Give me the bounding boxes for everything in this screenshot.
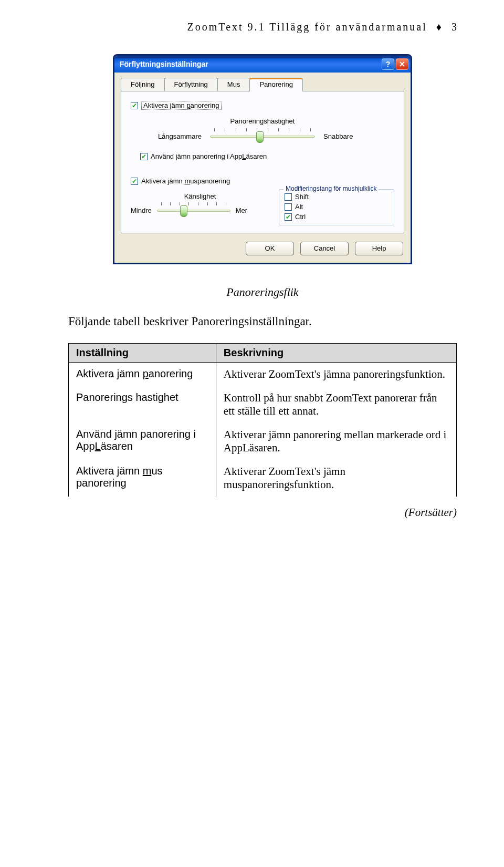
tab-strip: Följning Förflyttning Mus Panorering [114,73,411,91]
diamond-separator: ♦ [436,21,443,33]
ok-button[interactable]: OK [246,242,294,255]
table-row-term: Aktivera jämn mus panorering [69,460,216,497]
modifier-legend: Modifieringstang för mushjulklick [284,185,379,192]
page-number: 3 [452,21,457,33]
close-icon[interactable]: ✕ [396,58,408,70]
checkbox-ctrl-label: Ctrl [295,213,306,221]
checkbox-shift-label: Shift [295,193,309,201]
table-row-desc: Aktiverar ZoomText's jämna panoreringsfu… [216,363,456,387]
panning-speed-slider[interactable] [210,128,315,144]
header-title: ZoomText 9.1 Tillägg för användarmanual [187,21,427,33]
dialog-titlebar: Förflyttningsinställningar ? ✕ [114,56,411,73]
sens-more-label: Mer [236,207,247,214]
tab-mus[interactable]: Mus [217,78,250,91]
continues-label: (Fortsätter) [68,506,457,519]
tab-forflyttning[interactable]: Förflyttning [164,78,218,91]
panning-speed-slider-row: Långsammare Snabbare [131,128,394,144]
intro-text: Följande tabell beskriver Panoreringsins… [68,315,457,328]
checkbox-ctrl[interactable]: ✔ [285,213,292,221]
tab-foljning[interactable]: Följning [121,78,165,91]
figure-caption: Panoreringsflik [68,285,457,299]
panning-speed-title: Panoreringshastighet [131,117,394,125]
checkbox-enable-panning[interactable]: ✔ [131,102,138,109]
dialog-title: Förflyttningsinställningar [120,60,208,68]
help-icon[interactable]: ? [382,58,394,70]
table-row-term: Aktivera jämn panorering [69,363,216,387]
table-row-desc: Kontroll på hur snabbt ZoomText panorera… [216,386,456,423]
checkbox-alt[interactable] [285,203,292,211]
help-button[interactable]: Help [355,242,403,255]
checkbox-mouse-panning-label: Aktivera jämn muspanorering [141,177,230,185]
slider-faster-label: Snabbare [323,132,392,140]
checkbox-enable-panning-label: Aktivera jämn panorering [141,101,222,110]
checkbox-shift[interactable] [285,193,292,201]
modifier-group: Modifieringstang för mushjulklick Shift … [279,189,394,225]
sens-less-label: Mindre [131,207,152,214]
checkbox-mouse-panning[interactable]: ✔ [131,178,138,185]
sensitivity-title: Känslighet [131,192,269,200]
checkbox-applasaren-label: Använd jämn panorering i AppLäsaren [151,152,267,160]
dialog-button-row: OK Cancel Help [114,239,411,263]
sensitivity-slider[interactable] [157,202,230,218]
slider-slower-label: Långsammare [133,132,202,140]
table-row-desc: Aktiverar ZoomText's jämn muspanorerings… [216,460,456,497]
checkbox-applasaren[interactable]: ✔ [140,153,148,160]
tab-panel: ✔ Aktivera jämn panorering Panoreringsha… [121,91,404,233]
settings-table: Inställning Beskrivning Aktivera jämn pa… [68,343,457,497]
col-header-setting: Inställning [69,344,216,363]
table-row-desc: Aktiverar jämn panorering mellan markera… [216,423,456,460]
page-header: ZoomText 9.1 Tillägg för användarmanual … [68,21,457,33]
tab-panorering[interactable]: Panorering [249,78,303,91]
checkbox-alt-label: Alt [295,203,303,211]
table-row-term: Använd jämn panorering i AppLäsaren [69,423,216,460]
col-header-desc: Beskrivning [216,344,456,363]
cancel-button[interactable]: Cancel [300,242,349,255]
table-row-term: Panorerings hastighet [69,386,216,423]
settings-dialog: Förflyttningsinställningar ? ✕ Följning … [113,54,412,264]
